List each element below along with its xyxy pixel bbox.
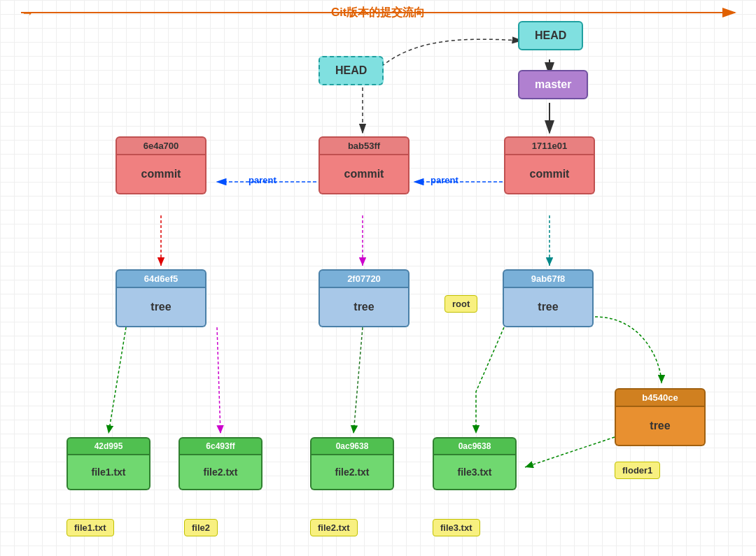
tag-file3: file2.txt [310,519,358,536]
tree2-to-file3 [354,327,363,434]
tree4-hash: b4540ce [615,388,706,407]
file3-node: 0ac9638 file2.txt [310,437,394,490]
diagram-container: Git版本的提交流向 → [0,0,756,556]
commit2-hash: bab53ff [318,136,410,155]
commit3-label: commit [504,155,595,194]
tree1-hash: 64d6ef5 [115,269,206,288]
folder1-label: floder1 [615,462,660,479]
commit1-hash: 6e4a700 [115,136,206,155]
tree3-node: 9ab67f8 tree [503,269,594,327]
tree3-to-tree4 [595,317,662,383]
file4-hash: 0ac9638 [433,437,517,455]
tree-to-file2 [217,327,220,434]
commit1-label: commit [115,155,206,194]
commit3-hash: 1711e01 [504,136,595,155]
commit3-node: 1711e01 commit [504,136,595,194]
file2-hash: 6c493ff [178,437,262,455]
tree2-label: tree [318,288,410,327]
file3-hash: 0ac9638 [310,437,394,455]
title-text: Git版本的提交流向 [331,6,425,18]
file4-label: file3.txt [433,455,517,490]
commit1-node: 6e4a700 commit [115,136,206,194]
head-right-label: HEAD [518,21,583,50]
tag-file4: file3.txt [433,519,480,536]
file4-node: 0ac9638 file3.txt [433,437,517,490]
file3-label: file2.txt [310,455,394,490]
master-label: master [518,70,588,99]
parent-label-1: parent [248,175,276,185]
tag-file1-label: file1.txt [66,519,114,536]
diagram-title: Git版本的提交流向 → [0,6,756,20]
head-left-label: HEAD [318,56,384,85]
tag-file2-label: file2 [184,519,218,536]
file2-label: file2.txt [178,455,262,490]
master-node: master [518,70,588,99]
root-label: root [444,295,477,313]
tree4-label: tree [615,407,706,446]
tree3-hash: 9ab67f8 [503,269,594,288]
tree3-to-file4 [476,327,504,434]
head-left-node: HEAD [318,56,384,85]
commit2-label: commit [318,155,410,194]
head-left-to-right [382,39,522,66]
file2-node: 6c493ff file2.txt [178,437,262,490]
head-right-node: HEAD [518,21,583,50]
tree4-node: b4540ce tree [615,388,706,446]
root-tag: root [444,295,477,313]
tree1-to-file1 [108,327,126,434]
file1-hash: 42d995 [66,437,150,455]
tag-file2: file2 [184,519,218,536]
tag-file3-label: file2.txt [310,519,358,536]
tag-file4-label: file3.txt [433,519,480,536]
folder1-tag: floder1 [615,462,660,479]
file1-label: file1.txt [66,455,150,490]
tree1-node: 64d6ef5 tree [115,269,206,327]
tree1-label: tree [115,288,206,327]
file1-node: 42d995 file1.txt [66,437,150,490]
parent-label-2: parent [430,175,458,185]
tree2-hash: 2f07720 [318,269,410,288]
tree4-to-file4 [525,437,615,467]
tree2-node: 2f07720 tree [318,269,410,327]
tree3-label: tree [503,288,594,327]
tag-file1: file1.txt [66,519,114,536]
commit2-node: bab53ff commit [318,136,410,194]
